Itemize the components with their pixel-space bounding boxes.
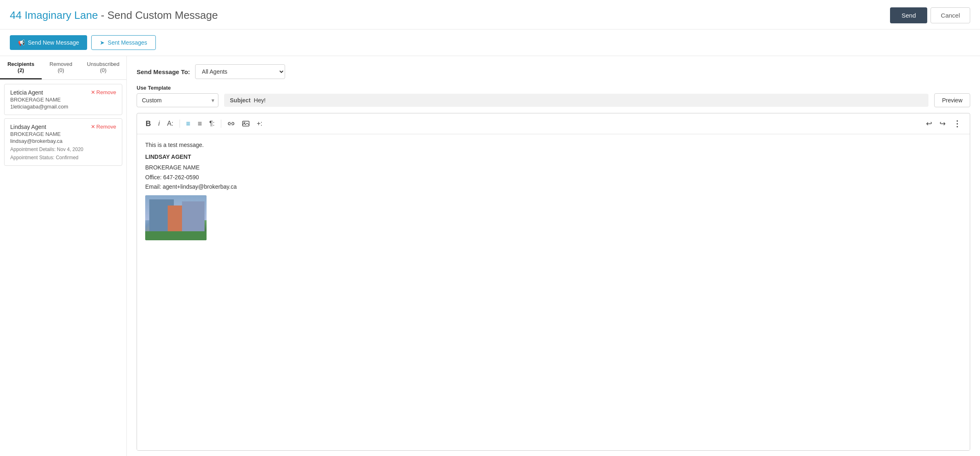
redo-button[interactable]: ↪ xyxy=(937,117,949,130)
send-icon: ➤ xyxy=(100,39,105,46)
paragraph-button[interactable]: ¶: xyxy=(207,118,218,129)
message-text: This is a test message. xyxy=(145,142,962,148)
preview-button[interactable]: Preview xyxy=(934,93,970,107)
address-link[interactable]: 44 Imaginary Lane xyxy=(10,9,98,21)
send-to-row: Send Message To: All Agents Selected Age… xyxy=(137,64,970,79)
svg-point-1 xyxy=(244,122,245,124)
x-icon: ✕ xyxy=(91,89,95,95)
property-image xyxy=(145,195,207,240)
editor-toolbar: B i A: ≡ ≡ ¶: xyxy=(137,113,970,134)
subject-group: Subject Hey! xyxy=(224,94,928,107)
template-select-wrapper: Custom ▾ xyxy=(137,93,218,107)
main-content: Recipients (2) Removed (0) Unsubscribed … xyxy=(0,56,980,456)
send-to-label: Send Message To: xyxy=(137,68,190,75)
signature-brokerage: BROKERAGE NAME xyxy=(145,163,962,173)
use-template-section: Use Template Custom ▾ Subject Hey! Previ… xyxy=(137,85,970,107)
insert-button[interactable]: +: xyxy=(254,118,265,129)
recipient-info: Lindsay Agent BROKERAGE NAME lindsay@bro… xyxy=(10,124,83,160)
recipient-appt-details: Appointment Details: Nov 4, 2020 xyxy=(10,147,83,152)
recipient-card: Leticia Agent BROKERAGE NAME 1leticiagab… xyxy=(4,84,122,115)
nav-area: 📢 Send New Message ➤ Sent Messages xyxy=(0,29,980,56)
svg-rect-0 xyxy=(243,121,249,126)
align-center-button[interactable]: ≡ xyxy=(195,117,205,130)
recipient-tabs: Recipients (2) Removed (0) Unsubscribed … xyxy=(0,56,126,80)
recipient-info: Leticia Agent BROKERAGE NAME 1leticiagab… xyxy=(10,89,68,110)
recipient-brokerage: BROKERAGE NAME xyxy=(10,131,83,137)
send-new-message-button[interactable]: 📢 Send New Message xyxy=(10,35,87,50)
undo-button[interactable]: ↩ xyxy=(923,117,935,130)
remove-button-1[interactable]: ✕ Remove xyxy=(91,89,116,95)
page-title: 44 Imaginary Lane - Send Custom Message xyxy=(10,9,218,22)
right-panel: Send Message To: All Agents Selected Age… xyxy=(127,56,980,456)
signature-block: LINDSAY AGENT BROKERAGE NAME Office: 647… xyxy=(145,152,962,240)
send-to-select[interactable]: All Agents Selected Agents xyxy=(195,64,285,79)
recipient-name: Lindsay Agent xyxy=(10,124,83,130)
signature-name: LINDSAY AGENT xyxy=(145,152,962,162)
font-size-button[interactable]: A: xyxy=(164,118,176,129)
recipient-brokerage: BROKERAGE NAME xyxy=(10,97,68,103)
recipient-appt-status: Appointment Status: Confirmed xyxy=(10,155,83,160)
use-template-label: Use Template xyxy=(137,85,970,91)
toolbar-separator xyxy=(180,120,180,128)
recipient-email: lindsay@brokerbay.ca xyxy=(10,138,83,144)
email-editor: B i A: ≡ ≡ ¶: xyxy=(137,113,970,451)
megaphone-icon: 📢 xyxy=(18,39,25,46)
toolbar-separator xyxy=(221,120,221,128)
bold-button[interactable]: B xyxy=(143,117,154,130)
recipient-email: 1leticiagaba@gmail.com xyxy=(10,104,68,110)
x-icon: ✕ xyxy=(91,124,95,130)
tab-unsubscribed[interactable]: Unsubscribed (0) xyxy=(80,56,126,79)
italic-button[interactable]: i xyxy=(155,118,163,129)
tab-removed[interactable]: Removed (0) xyxy=(42,56,80,79)
image-button[interactable] xyxy=(239,119,252,129)
template-select[interactable]: Custom xyxy=(137,93,218,107)
subject-label: Subject xyxy=(230,97,251,104)
sent-messages-button[interactable]: ➤ Sent Messages xyxy=(91,35,156,50)
recipient-name: Leticia Agent xyxy=(10,89,68,96)
tab-recipients[interactable]: Recipients (2) xyxy=(0,56,42,79)
editor-body[interactable]: This is a test message. LINDSAY AGENT BR… xyxy=(137,134,970,450)
page-header: 44 Imaginary Lane - Send Custom Message … xyxy=(0,0,980,29)
link-button[interactable] xyxy=(225,119,238,129)
signature-email: Email: agent+lindsay@brokerbay.ca xyxy=(145,182,962,192)
header-buttons: Send Cancel xyxy=(890,7,970,23)
remove-button-2[interactable]: ✕ Remove xyxy=(91,124,116,130)
recipient-list: Leticia Agent BROKERAGE NAME 1leticiagab… xyxy=(0,80,126,170)
subject-value: Hey! xyxy=(254,97,266,104)
cancel-button[interactable]: Cancel xyxy=(931,7,970,23)
recipient-card: Lindsay Agent BROKERAGE NAME lindsay@bro… xyxy=(4,118,122,166)
send-button[interactable]: Send xyxy=(890,7,927,23)
align-left-button[interactable]: ≡ xyxy=(183,117,193,130)
signature-office: Office: 647-262-0590 xyxy=(145,173,962,183)
more-options-button[interactable]: ⋮ xyxy=(950,117,964,131)
left-panel: Recipients (2) Removed (0) Unsubscribed … xyxy=(0,56,127,456)
